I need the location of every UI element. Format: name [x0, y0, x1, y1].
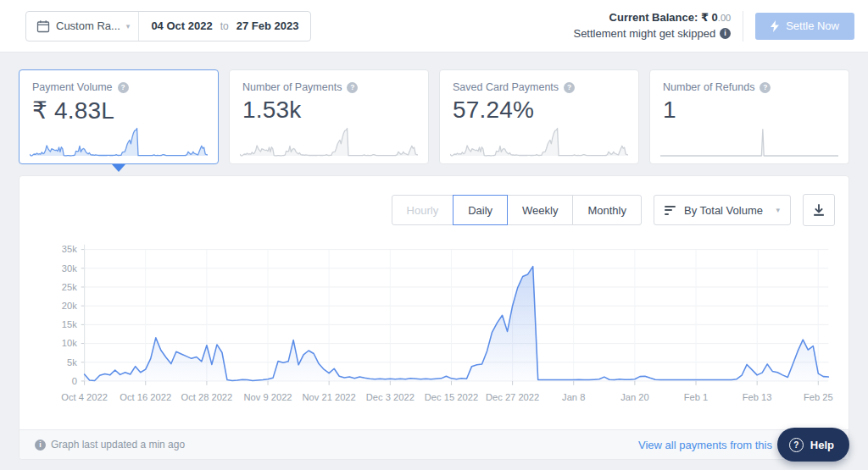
lightning-icon	[771, 20, 779, 32]
sort-by-dropdown[interactable]: By Total Volume ▾	[654, 195, 791, 225]
tab-weekly[interactable]: Weekly	[507, 195, 573, 225]
card-label: Number of Payments	[242, 81, 342, 93]
sparkline	[30, 124, 208, 158]
tab-monthly[interactable]: Monthly	[572, 195, 642, 225]
help-icon[interactable]: ?	[118, 82, 129, 93]
svg-text:Feb 13: Feb 13	[743, 392, 772, 402]
svg-text:Nov 9 2022: Nov 9 2022	[244, 392, 292, 402]
svg-text:Oct 28 2022: Oct 28 2022	[181, 392, 232, 402]
settlement-note: Settlement might get skipped i	[573, 26, 731, 42]
svg-text:Dec 15 2022: Dec 15 2022	[425, 392, 478, 402]
download-button[interactable]	[803, 194, 835, 226]
svg-text:Feb 25: Feb 25	[804, 392, 833, 402]
chevron-down-icon: ▾	[126, 22, 131, 30]
svg-text:Oct 16 2022: Oct 16 2022	[120, 392, 171, 402]
help-icon[interactable]: ?	[760, 82, 771, 93]
date-from[interactable]: 04 Oct 2022	[151, 19, 212, 32]
view-all-payments-link[interactable]: View all payments from this	[638, 439, 772, 451]
settlement-note-text: Settlement might get skipped	[573, 26, 715, 42]
panel-footer: i Graph last updated a min ago View all …	[19, 429, 849, 459]
sparkline	[240, 124, 418, 158]
svg-text:0: 0	[72, 376, 77, 386]
card-label: Saved Card Payments	[453, 81, 559, 93]
payment-volume-chart[interactable]: 05k10k15k20k25k30k35kOct 4 2022Oct 16 20…	[19, 226, 849, 407]
info-icon[interactable]: i	[720, 28, 731, 39]
date-to[interactable]: 27 Feb 2023	[236, 19, 299, 32]
card-label: Number of Refunds	[663, 81, 754, 93]
tab-daily[interactable]: Daily	[453, 195, 508, 225]
last-updated-text: Graph last updated a min ago	[51, 439, 185, 451]
stat-card-payment-volume[interactable]: Payment Volume ? ₹ 4.83L	[19, 69, 219, 164]
chevron-down-icon: ▾	[776, 206, 780, 214]
balance-area: Current Balance: ₹ 0.00 Settlement might…	[573, 10, 854, 42]
stat-card-number-of-payments[interactable]: Number of Payments ? 1.53k	[229, 69, 429, 164]
sort-by-value: By Total Volume	[684, 204, 767, 217]
question-icon: ?	[789, 438, 804, 452]
calendar-icon	[36, 19, 50, 33]
svg-text:10k: 10k	[62, 338, 77, 348]
svg-text:Feb 1: Feb 1	[684, 392, 709, 402]
range-type-label: Custom Ra...	[56, 19, 120, 32]
date-range-picker[interactable]: Custom Ra... ▾ 04 Oct 2022 to 27 Feb 202…	[25, 11, 311, 41]
chart-controls: Hourly Daily Weekly Monthly By Total Vol…	[19, 176, 849, 226]
topbar: Custom Ra... ▾ 04 Oct 2022 to 27 Feb 202…	[0, 0, 868, 53]
sparkline	[450, 124, 628, 158]
download-icon	[810, 202, 827, 218]
balance-decimals: .00	[718, 13, 731, 23]
date-range-values: 04 Oct 2022 to 27 Feb 2023	[139, 19, 310, 32]
svg-text:Jan 8: Jan 8	[562, 392, 585, 402]
sort-icon	[665, 206, 676, 215]
sparkline	[660, 124, 838, 158]
help-icon[interactable]: ?	[347, 82, 358, 93]
help-button[interactable]: ? Help	[777, 428, 849, 462]
balance-label: Current Balance:	[609, 11, 698, 24]
settle-now-button[interactable]: Settle Now	[755, 13, 854, 40]
svg-text:25k: 25k	[62, 282, 77, 292]
balance-value: ₹ 0	[701, 11, 718, 24]
settle-now-label: Settle Now	[786, 19, 839, 32]
granularity-tabs: Hourly Daily Weekly Monthly	[392, 195, 642, 225]
svg-text:20k: 20k	[62, 301, 77, 311]
current-balance: Current Balance: ₹ 0.00	[573, 10, 731, 26]
svg-text:Oct 4 2022: Oct 4 2022	[61, 392, 108, 402]
stat-card-number-of-refunds[interactable]: Number of Refunds ? 1	[649, 69, 849, 164]
balance-summary: Current Balance: ₹ 0.00 Settlement might…	[573, 10, 731, 42]
svg-text:35k: 35k	[62, 244, 77, 254]
to-label: to	[220, 20, 229, 32]
stat-card-saved-card-payments[interactable]: Saved Card Payments ? 57.24%	[439, 69, 639, 164]
card-value: ₹ 4.83L	[32, 97, 205, 124]
card-label: Payment Volume	[32, 81, 113, 93]
help-icon[interactable]: ?	[564, 82, 575, 93]
help-label: Help	[810, 439, 834, 451]
svg-text:30k: 30k	[62, 263, 77, 274]
payments-dashboard: Custom Ra... ▾ 04 Oct 2022 to 27 Feb 202…	[0, 0, 868, 470]
svg-text:15k: 15k	[62, 319, 77, 329]
svg-text:Dec 27 2022: Dec 27 2022	[486, 392, 539, 402]
svg-text:5k: 5k	[67, 357, 77, 368]
chart-panel: Hourly Daily Weekly Monthly By Total Vol…	[19, 175, 849, 460]
divider	[743, 11, 743, 41]
svg-text:Jan 20: Jan 20	[620, 392, 649, 402]
range-type-select[interactable]: Custom Ra... ▾	[26, 19, 138, 33]
selected-card-pointer	[112, 164, 125, 172]
area-chart[interactable]: 05k10k15k20k25k30k35kOct 4 2022Oct 16 20…	[45, 238, 838, 407]
info-icon: i	[35, 440, 46, 451]
card-value: 57.24%	[453, 97, 626, 124]
stat-cards-row: Payment Volume ? ₹ 4.83L Number of Payme…	[19, 69, 849, 164]
svg-text:Dec 3 2022: Dec 3 2022	[366, 392, 415, 402]
card-value: 1	[663, 97, 836, 124]
svg-text:Nov 21 2022: Nov 21 2022	[303, 392, 356, 402]
tab-hourly[interactable]: Hourly	[392, 195, 454, 225]
last-updated: i Graph last updated a min ago	[35, 439, 185, 451]
card-value: 1.53k	[242, 97, 415, 124]
